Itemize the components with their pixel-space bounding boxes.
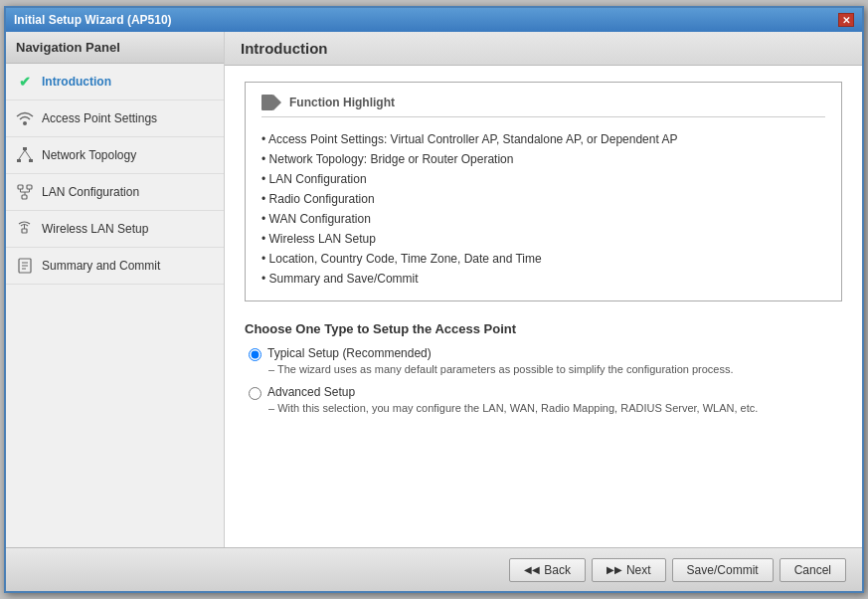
advanced-setup-text: Advanced Setup	[267, 385, 355, 399]
close-button[interactable]: ✕	[838, 13, 854, 27]
next-icon: ▶▶	[607, 564, 622, 575]
sidebar-item-label: Introduction	[42, 75, 111, 89]
summary-icon	[16, 257, 34, 275]
sidebar-item-introduction[interactable]: ✔ Introduction	[6, 64, 224, 100]
sidebar-item-label: LAN Configuration	[42, 185, 139, 199]
back-icon: ◀◀	[524, 564, 540, 575]
main-window: Initial Setup Wizard (AP510) ✕ Navigatio…	[4, 6, 864, 593]
content-header: Introduction	[225, 32, 862, 66]
advanced-setup-desc: – With this selection, you may configure…	[249, 402, 842, 414]
check-icon: ✔	[16, 73, 34, 91]
svg-rect-7	[27, 185, 32, 189]
sidebar-item-wireless-lan-setup[interactable]: Wireless LAN Setup	[6, 211, 224, 248]
content-body: Function Highlight Access Point Settings…	[225, 66, 862, 547]
wireless-icon	[16, 220, 34, 238]
nav-panel: Navigation Panel ✔ Introduction Access P	[6, 32, 225, 547]
svg-rect-8	[22, 195, 27, 199]
sidebar-item-network-topology[interactable]: Network Topology	[6, 137, 224, 174]
content-area: Introduction Function Highlight Access P…	[225, 32, 862, 547]
typical-setup-desc: – The wizard uses as many default parame…	[249, 363, 842, 375]
cancel-button[interactable]: Cancel	[780, 558, 846, 582]
sidebar-item-access-point-settings[interactable]: Access Point Settings	[6, 100, 224, 137]
highlight-icon	[261, 95, 281, 110]
list-item: Location, Country Code, Time Zone, Date …	[261, 249, 825, 269]
network-icon	[16, 146, 34, 164]
next-button[interactable]: ▶▶ Next	[592, 558, 666, 582]
main-content: Navigation Panel ✔ Introduction Access P	[6, 32, 862, 547]
svg-point-0	[23, 121, 27, 125]
back-button[interactable]: ◀◀ Back	[509, 558, 586, 582]
svg-line-5	[25, 150, 31, 159]
list-item: Radio Configuration	[261, 189, 825, 209]
function-highlight-list: Access Point Settings: Virtual Controlle…	[261, 129, 825, 289]
list-item: WAN Configuration	[261, 209, 825, 229]
sidebar-item-label: Access Point Settings	[42, 111, 157, 125]
list-item: Summary and Save/Commit	[261, 269, 825, 289]
typical-setup-label[interactable]: Typical Setup (Recommended)	[249, 346, 842, 361]
svg-rect-3	[29, 159, 33, 162]
nav-panel-title: Navigation Panel	[6, 32, 224, 64]
sidebar-item-lan-configuration[interactable]: LAN Configuration	[6, 174, 224, 211]
save-commit-button[interactable]: Save/Commit	[672, 558, 774, 582]
list-item: Wireless LAN Setup	[261, 229, 825, 249]
sidebar-item-label: Network Topology	[42, 148, 136, 162]
list-item: LAN Configuration	[261, 169, 825, 189]
sidebar-item-label: Summary and Commit	[42, 259, 160, 273]
lan-icon	[16, 183, 34, 201]
setup-section-title: Choose One Type to Setup the Access Poin…	[245, 321, 842, 336]
ap-icon	[16, 109, 34, 127]
advanced-setup-option: Advanced Setup – With this selection, yo…	[245, 385, 842, 414]
function-highlight-title: Function Highlight	[261, 95, 825, 117]
setup-section: Choose One Type to Setup the Access Poin…	[245, 321, 842, 414]
svg-rect-1	[23, 147, 27, 150]
footer-bar: ◀◀ Back ▶▶ Next Save/Commit Cancel	[6, 547, 862, 591]
advanced-setup-label[interactable]: Advanced Setup	[249, 385, 842, 400]
sidebar-item-summary-commit[interactable]: Summary and Commit	[6, 248, 224, 285]
sidebar-item-label: Wireless LAN Setup	[42, 222, 148, 236]
svg-rect-19	[261, 95, 273, 110]
svg-rect-2	[17, 159, 21, 162]
typical-setup-radio[interactable]	[249, 348, 261, 361]
typical-setup-text: Typical Setup (Recommended)	[267, 346, 432, 360]
advanced-setup-radio[interactable]	[249, 387, 261, 400]
list-item: Network Topology: Bridge or Router Opera…	[261, 149, 825, 169]
svg-rect-6	[18, 185, 23, 189]
typical-setup-option: Typical Setup (Recommended) – The wizard…	[245, 346, 842, 375]
function-highlight-box: Function Highlight Access Point Settings…	[245, 82, 842, 301]
list-item: Access Point Settings: Virtual Controlle…	[261, 129, 825, 149]
title-bar: Initial Setup Wizard (AP510) ✕	[6, 8, 862, 32]
svg-marker-20	[273, 95, 281, 110]
svg-rect-13	[22, 229, 27, 233]
window-title: Initial Setup Wizard (AP510)	[14, 13, 172, 27]
svg-line-4	[19, 150, 25, 159]
